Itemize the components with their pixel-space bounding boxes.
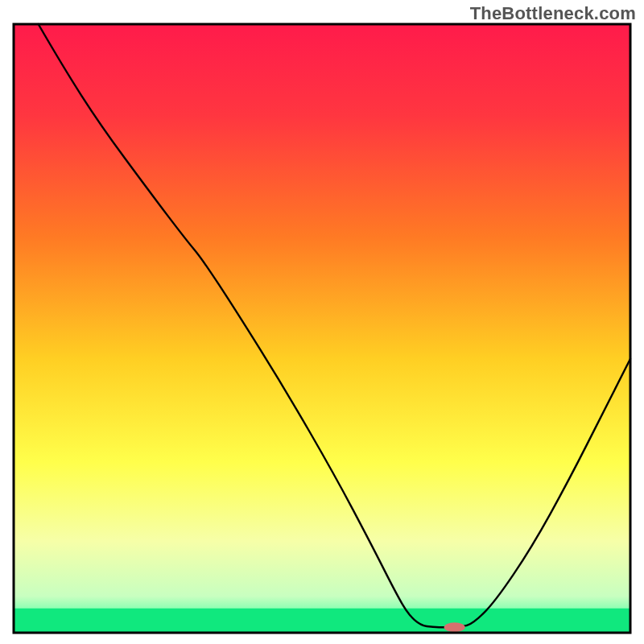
chart-frame: TheBottleneck.com bbox=[0, 0, 644, 644]
watermark-text: TheBottleneck.com bbox=[470, 3, 636, 24]
optimal-zone-strip bbox=[14, 609, 630, 633]
chart-svg bbox=[0, 0, 644, 644]
result-marker bbox=[444, 622, 465, 632]
gradient-background bbox=[14, 24, 630, 633]
